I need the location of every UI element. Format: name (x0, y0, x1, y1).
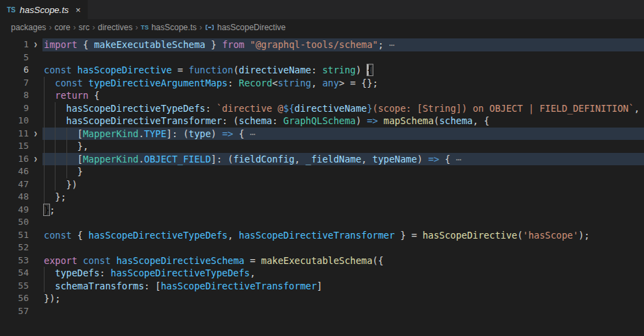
code-token: ] (317, 280, 322, 291)
code-token: ); (578, 230, 589, 241)
breadcrumb-label: hasScope.ts (151, 23, 197, 32)
code-line[interactable] (42, 241, 644, 254)
code-line-row: 57 (0, 305, 644, 318)
code-token: from (222, 39, 245, 50)
code-line-row: 15}, (0, 140, 644, 153)
code-token: makeExecutableSchema (261, 255, 373, 266)
code-token: hasScopeDirectiveTypeDefs (88, 230, 227, 241)
breadcrumb-separator-icon: › (92, 23, 95, 32)
code-line[interactable]: }, (42, 140, 644, 153)
code-line[interactable]: [MapperKind.OBJECT_FIELD]: (fieldConfig,… (42, 153, 644, 166)
code-token (378, 115, 384, 126)
fold-chevron-icon[interactable]: ❯ (29, 38, 42, 51)
code-token: any (322, 77, 338, 88)
folded-code-ellipsis[interactable]: ⋯ (250, 128, 256, 139)
code-line[interactable]: export const hasScopeDirectiveSchema = m… (42, 254, 644, 267)
indent-guide (66, 165, 77, 178)
breadcrumb-item-directives[interactable]: directives (98, 23, 133, 32)
code-token: hasScopeDirectiveTransformer (239, 230, 395, 241)
code-token: OBJECT_FIELD (144, 154, 211, 165)
code-line[interactable]: hasScopeDirectiveTransformer: (schema: G… (42, 115, 644, 128)
line-number: 56 (0, 292, 29, 305)
code-editor[interactable]: 1❯import { makeExecutableSchema } from "… (0, 36, 644, 317)
code-line-row: 9hasScopeDirectiveTypeDefs: `directive @… (0, 102, 644, 115)
code-token: function (188, 64, 233, 75)
code-token: schemaTransforms (55, 280, 144, 291)
code-token: const (44, 230, 72, 241)
code-token: schema (238, 115, 272, 126)
code-line[interactable]: hasScopeDirectiveTypeDefs: `directive @$… (42, 102, 644, 115)
code-token: "@graphql-tools/schema" (250, 39, 378, 50)
line-number: 53 (0, 254, 29, 267)
code-token: > = {}; (339, 77, 378, 88)
code-token: }, (77, 141, 88, 152)
code-line[interactable]: }); (42, 292, 644, 305)
code-token: _fieldName (306, 154, 361, 165)
code-token: ; (49, 204, 55, 215)
code-line[interactable]: const typeDirectiveArgumentMaps: Record<… (42, 77, 644, 90)
code-token: { (72, 230, 88, 241)
code-line[interactable]: return { (42, 89, 644, 102)
code-line[interactable] (42, 51, 644, 64)
breadcrumb-item-packages[interactable]: packages (11, 23, 46, 32)
code-line[interactable]: typeDefs: hasScopeDirectiveTypeDefs, (42, 267, 644, 280)
breadcrumb-label: directives (98, 23, 133, 32)
code-token: import (44, 39, 77, 50)
code-line[interactable]: }) (42, 178, 644, 191)
breadcrumb-item-core[interactable]: core (54, 23, 70, 32)
code-token: MapperKind (83, 154, 138, 165)
fold-chevron-icon[interactable]: ❯ (29, 153, 42, 166)
code-line-row: 8return { (0, 89, 644, 102)
fold-gutter-space (29, 216, 42, 229)
fold-chevron-icon[interactable]: ❯ (29, 128, 42, 141)
breadcrumb: packages›core›src›directives›TShasScope.… (0, 19, 644, 36)
code-line[interactable]: } (42, 165, 644, 178)
code-token: hasScopeDirectiveTransformer (66, 115, 223, 126)
folded-code-ellipsis[interactable]: ⋯ (389, 39, 395, 50)
code-line[interactable]: const hasScopeDirective = function(direc… (42, 64, 644, 77)
code-token: type (188, 128, 211, 139)
indent-guide (44, 115, 55, 128)
code-token: : ( (222, 115, 238, 126)
code-token: , (311, 77, 322, 88)
code-line[interactable]: }; (42, 204, 644, 217)
code-token: [ (77, 128, 83, 139)
code-token: ( (434, 115, 439, 126)
code-token: hasScopeDirective (423, 230, 517, 241)
code-line[interactable] (42, 216, 644, 229)
code-token: , (295, 154, 306, 165)
code-token: : (99, 267, 110, 278)
tab-hasscope-ts[interactable]: TS hasScope.ts × (0, 0, 88, 19)
code-token: { (439, 154, 456, 165)
code-line[interactable]: [MapperKind.TYPE]: (type) => { ⋯ (42, 128, 644, 141)
code-line[interactable]: }; (42, 191, 644, 204)
line-number: 48 (0, 191, 29, 204)
code-token: hasScopeDirectiveTransformer (161, 280, 317, 291)
fold-gutter-space (29, 178, 42, 191)
line-number: 7 (0, 77, 29, 90)
code-line[interactable]: import { makeExecutableSchema } from "@g… (42, 38, 644, 51)
line-number: 9 (0, 102, 29, 115)
code-token: `directive @ (216, 103, 284, 114)
tab-label: hasScope.ts (20, 5, 69, 15)
breadcrumb-item-hasscopedirective[interactable]: hasScopeDirective (205, 23, 286, 32)
code-line[interactable] (42, 305, 644, 318)
folded-code-ellipsis[interactable]: ⋯ (456, 154, 462, 165)
editor-tab-bar: TS hasScope.ts × (0, 0, 644, 19)
code-line-row: 48}; (0, 191, 644, 204)
close-icon[interactable]: × (75, 5, 81, 14)
code-line[interactable]: schemaTransforms: [hasScopeDirectiveTran… (42, 280, 644, 293)
line-number: 11 (0, 128, 29, 141)
code-token: mapSchema (384, 115, 434, 126)
code-line[interactable]: const { hasScopeDirectiveTypeDefs, hasSc… (42, 229, 644, 242)
code-token: ]: ( (166, 128, 189, 139)
indent-guide (44, 165, 55, 178)
breadcrumb-item-src[interactable]: src (79, 23, 90, 32)
indent-guide (55, 140, 66, 153)
indent-guide (44, 153, 55, 166)
code-token: = (172, 64, 188, 75)
indent-guide (66, 128, 77, 141)
fold-gutter-space (29, 191, 42, 204)
code-token: : [ (144, 280, 160, 291)
breadcrumb-item-hasscope-ts[interactable]: TShasScope.ts (140, 23, 197, 32)
